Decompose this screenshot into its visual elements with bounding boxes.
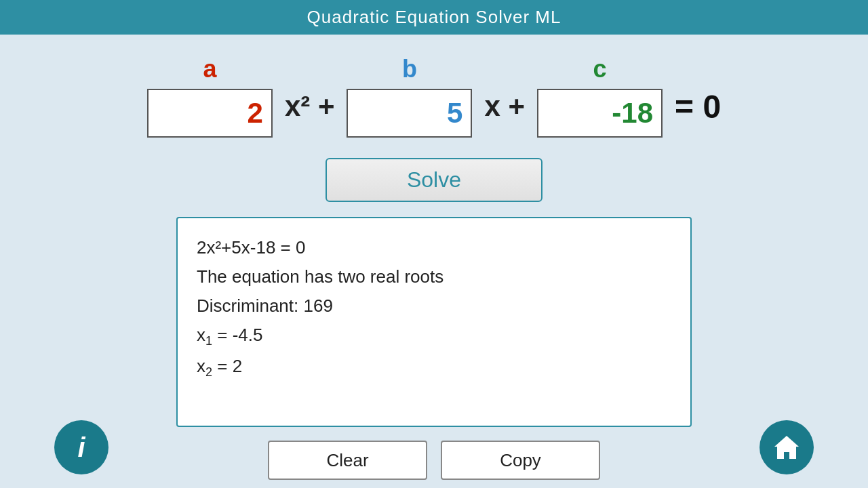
main-content: a x² + b x + c = 0 Solve 2x²+5x-18 = 0 T… xyxy=(0,35,868,480)
home-button[interactable] xyxy=(760,420,814,474)
x-operator: x + xyxy=(484,90,525,123)
result-line-3: Discriminant: 169 xyxy=(197,291,671,321)
solve-button[interactable]: Solve xyxy=(326,158,542,202)
bottom-row: Clear Copy xyxy=(0,441,868,480)
b-group: b xyxy=(347,55,472,138)
a-input[interactable] xyxy=(147,89,273,138)
a-label: a xyxy=(203,55,216,83)
result-line-1: 2x²+5x-18 = 0 xyxy=(197,233,671,262)
x2-operator: x² + xyxy=(285,90,335,123)
result-line-4: x1 = -4.5 xyxy=(197,321,671,352)
b-input[interactable] xyxy=(347,89,472,138)
c-input[interactable] xyxy=(537,89,663,138)
result-line-5: x2 = 2 xyxy=(197,352,671,383)
a-group: a xyxy=(147,55,273,138)
c-label: c xyxy=(593,55,607,83)
title-bar: Quadratic Equation Solver ML xyxy=(0,0,868,35)
result-line-2: The equation has two real roots xyxy=(197,262,671,291)
x2-subscript: 2 xyxy=(205,365,212,379)
equation-row: a x² + b x + c = 0 xyxy=(147,55,721,138)
clear-button[interactable]: Clear xyxy=(268,441,427,480)
copy-button[interactable]: Copy xyxy=(441,441,600,480)
home-icon xyxy=(773,434,800,460)
c-group: c xyxy=(537,55,663,138)
result-box: 2x²+5x-18 = 0 The equation has two real … xyxy=(176,217,692,427)
x1-subscript: 1 xyxy=(205,334,212,348)
page-title: Quadratic Equation Solver ML xyxy=(0,7,868,28)
info-button[interactable]: i xyxy=(54,420,108,474)
b-label: b xyxy=(402,55,417,83)
svg-marker-0 xyxy=(774,436,799,459)
equals-zero: = 0 xyxy=(675,88,721,125)
